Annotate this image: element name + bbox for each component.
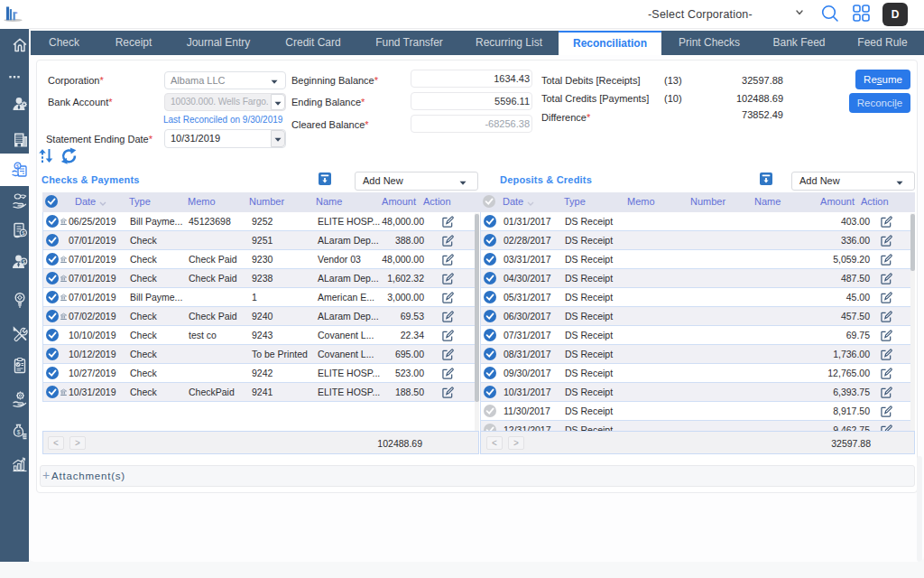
svg-text:$: $ (17, 429, 21, 435)
